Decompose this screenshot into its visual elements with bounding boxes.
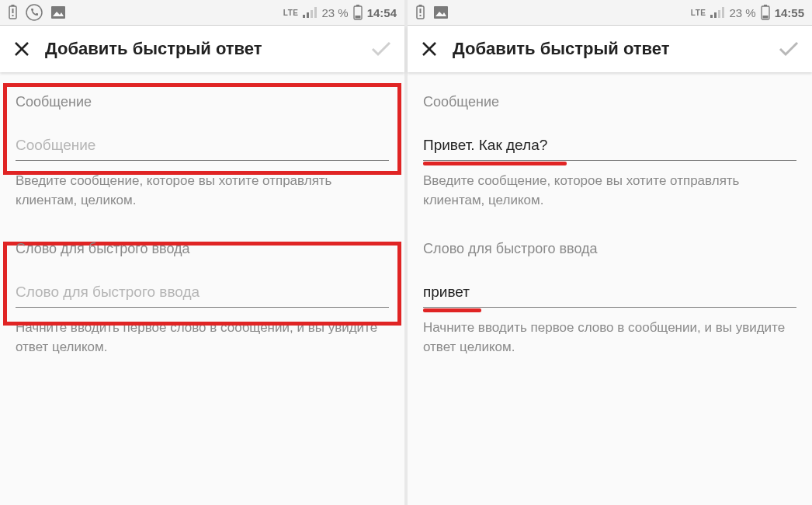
svg-rect-10 bbox=[314, 7, 317, 18]
phone-right: LTE 23 % 14:55 Добавить быстрый ответ Со… bbox=[408, 0, 812, 505]
battery-warning-icon bbox=[8, 5, 18, 20]
shortcut-helper: Начните вводить первое слово в сообщении… bbox=[16, 319, 389, 357]
svg-rect-23 bbox=[714, 12, 717, 18]
svg-rect-9 bbox=[311, 10, 313, 18]
svg-rect-28 bbox=[762, 16, 768, 19]
status-bar: LTE 23 % 14:55 bbox=[408, 0, 812, 25]
close-button[interactable] bbox=[420, 40, 439, 58]
svg-rect-22 bbox=[710, 15, 713, 18]
svg-rect-19 bbox=[420, 15, 422, 16]
shortcut-helper: Начните вводить первое слово в сообщении… bbox=[423, 319, 796, 357]
message-input[interactable] bbox=[423, 134, 796, 161]
message-helper: Введите сообщение, которое вы хотите отп… bbox=[423, 172, 796, 210]
message-label: Сообщение bbox=[16, 94, 389, 110]
signal-icon bbox=[303, 7, 317, 18]
battery-warning-icon bbox=[415, 5, 425, 20]
app-bar: Добавить быстрый ответ bbox=[408, 26, 812, 72]
highlight-underline-message bbox=[423, 162, 567, 165]
status-bar: LTE 23 % 14:54 bbox=[0, 0, 404, 25]
svg-rect-25 bbox=[722, 7, 724, 18]
viber-icon bbox=[26, 4, 43, 21]
shortcut-label: Слово для быстрого ввода bbox=[16, 241, 389, 257]
svg-rect-2 bbox=[12, 9, 14, 13]
message-label: Сообщение bbox=[423, 94, 796, 110]
svg-rect-12 bbox=[356, 5, 359, 6]
lte-icon: LTE bbox=[691, 9, 706, 17]
svg-rect-1 bbox=[12, 5, 15, 6]
svg-rect-8 bbox=[307, 12, 309, 18]
close-button[interactable] bbox=[12, 40, 31, 58]
svg-rect-27 bbox=[764, 5, 767, 6]
shortcut-field-block: Слово для быстрого ввода bbox=[16, 241, 389, 308]
shortcut-label: Слово для быстрого ввода bbox=[423, 241, 796, 257]
message-helper: Введите сообщение, которое вы хотите отп… bbox=[16, 172, 389, 210]
form-content: Сообщение Введите сообщение, которое вы … bbox=[0, 72, 404, 505]
shortcut-input[interactable] bbox=[423, 280, 796, 308]
battery-percent: 23 % bbox=[321, 6, 348, 19]
clock-time: 14:54 bbox=[367, 6, 397, 19]
svg-rect-17 bbox=[419, 5, 422, 6]
svg-rect-13 bbox=[355, 16, 360, 19]
svg-rect-18 bbox=[420, 9, 422, 13]
page-title: Добавить быстрый ответ bbox=[453, 39, 764, 59]
svg-rect-20 bbox=[434, 6, 448, 19]
page-title: Добавить быстрый ответ bbox=[45, 39, 356, 59]
signal-icon bbox=[710, 7, 724, 18]
message-field-block: Сообщение bbox=[423, 94, 796, 161]
svg-point-4 bbox=[26, 5, 42, 20]
confirm-button[interactable] bbox=[370, 38, 392, 60]
message-field-block: Сообщение bbox=[16, 94, 389, 161]
image-icon bbox=[433, 5, 449, 19]
lte-icon: LTE bbox=[283, 9, 299, 17]
svg-rect-24 bbox=[718, 10, 720, 18]
confirm-button[interactable] bbox=[778, 38, 800, 60]
app-bar: Добавить быстрый ответ bbox=[0, 26, 404, 72]
svg-rect-5 bbox=[51, 6, 65, 19]
form-content: Сообщение Введите сообщение, которое вы … bbox=[408, 72, 812, 505]
highlight-underline-shortcut bbox=[423, 308, 481, 312]
battery-icon bbox=[761, 5, 770, 20]
battery-icon bbox=[353, 5, 363, 20]
svg-rect-3 bbox=[12, 15, 14, 16]
phone-left: LTE 23 % 14:54 Добавить быстрый ответ Со… bbox=[0, 0, 404, 505]
message-input[interactable] bbox=[16, 134, 389, 161]
shortcut-input[interactable] bbox=[16, 280, 389, 308]
svg-rect-7 bbox=[303, 15, 305, 18]
battery-percent: 23 % bbox=[729, 6, 755, 19]
shortcut-field-block: Слово для быстрого ввода bbox=[423, 241, 796, 308]
image-icon bbox=[50, 5, 66, 19]
clock-time: 14:55 bbox=[775, 6, 804, 19]
